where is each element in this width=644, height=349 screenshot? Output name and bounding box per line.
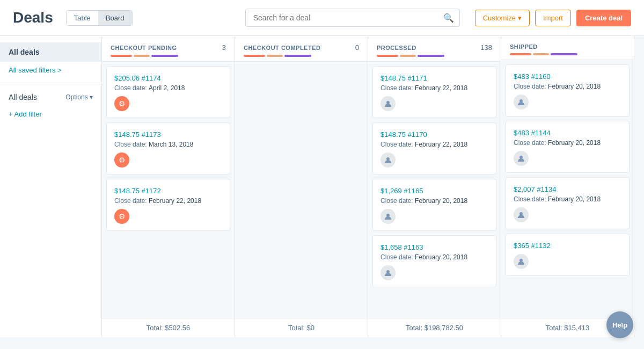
deal-card[interactable]: $148.75 #1173Close date: March 13, 2018⚙ bbox=[106, 122, 230, 174]
deal-card[interactable]: $1,269 #1165Close date: February 20, 201… bbox=[372, 179, 496, 231]
sidebar-deals-label: All deals bbox=[9, 93, 37, 101]
card-title: $483 #1144 bbox=[514, 129, 621, 137]
sidebar-deals-row: All deals Options ▾ bbox=[0, 88, 101, 107]
card-avatar bbox=[380, 96, 396, 111]
deal-card[interactable]: $205.06 #1174Close date: April 2, 2018⚙ bbox=[106, 66, 230, 118]
header-actions: Customize ▾ Import Create deal bbox=[475, 10, 631, 26]
card-title: $148.75 #1171 bbox=[380, 74, 488, 82]
search-input[interactable] bbox=[251, 9, 443, 26]
color-bar bbox=[134, 55, 150, 57]
color-bar bbox=[533, 53, 549, 55]
card-title: $365 #1132 bbox=[514, 242, 621, 250]
chevron-down-icon: ▾ bbox=[518, 14, 522, 22]
deal-card[interactable]: $483 #1144Close date: February 20, 2018 bbox=[506, 121, 630, 173]
card-avatar bbox=[380, 209, 396, 224]
card-date: Close date: February 20, 2018 bbox=[380, 197, 488, 205]
search-icon: 🔍 bbox=[443, 13, 454, 23]
column-count-checkout-completed: 0 bbox=[355, 43, 359, 52]
search-bar: 🔍 bbox=[245, 9, 460, 27]
column-footer-processed: Total: $198,782.50 bbox=[368, 318, 501, 337]
customize-button[interactable]: Customize ▾ bbox=[475, 10, 530, 26]
deal-card[interactable]: $148.75 #1171Close date: February 22, 20… bbox=[372, 66, 496, 118]
card-avatar bbox=[380, 265, 396, 280]
deal-card[interactable]: $148.75 #1172Close date: February 22, 20… bbox=[106, 179, 230, 231]
deal-card[interactable]: $2,007 #1134Close date: February 20, 201… bbox=[506, 177, 630, 229]
card-avatar: ⚙ bbox=[114, 152, 129, 168]
column-title-checkout-completed: CHECKOUT COMPLETED bbox=[244, 45, 320, 51]
column-count-processed: 138 bbox=[480, 43, 492, 52]
import-button[interactable]: Import bbox=[535, 10, 571, 26]
column-checkout-pending: CHECKOUT PENDING3$205.06 #1174Close date… bbox=[102, 36, 235, 337]
card-title: $1,269 #1165 bbox=[380, 187, 488, 195]
card-avatar bbox=[380, 152, 396, 168]
card-title: $148.75 #1173 bbox=[114, 130, 222, 139]
column-processed: PROCESSED138$148.75 #1171Close date: Feb… bbox=[368, 36, 501, 337]
card-title: $483 #1160 bbox=[514, 72, 621, 81]
deal-card[interactable]: $483 #1160Close date: February 20, 2018 bbox=[506, 64, 630, 117]
column-title-processed: PROCESSED bbox=[377, 45, 416, 51]
card-date: Close date: March 13, 2018 bbox=[114, 141, 222, 148]
card-avatar: ⚙ bbox=[114, 96, 129, 111]
card-date: Close date: February 22, 2018 bbox=[380, 141, 488, 148]
card-date: Close date: February 20, 2018 bbox=[514, 83, 621, 90]
color-bar bbox=[151, 55, 178, 57]
column-title-shipped: SHIPPED bbox=[510, 43, 538, 50]
card-avatar bbox=[514, 254, 529, 269]
color-bar bbox=[267, 55, 283, 57]
sidebar: All deals All saved filters > All deals … bbox=[0, 36, 102, 337]
create-deal-button[interactable]: Create deal bbox=[576, 10, 631, 26]
card-date: Close date: February 22, 2018 bbox=[114, 197, 222, 205]
card-avatar bbox=[514, 151, 529, 166]
column-footer-checkout-pending: Total: $502.56 bbox=[102, 318, 235, 337]
column-count-checkout-pending: 3 bbox=[222, 43, 226, 52]
card-avatar bbox=[514, 207, 529, 222]
table-view-button[interactable]: Table bbox=[67, 11, 98, 25]
add-filter-button[interactable]: + Add filter bbox=[0, 107, 101, 121]
card-avatar: ⚙ bbox=[114, 209, 129, 224]
color-bar bbox=[551, 53, 577, 55]
card-date: Close date: February 20, 2018 bbox=[514, 195, 621, 203]
card-title: $205.06 #1174 bbox=[114, 74, 222, 82]
sidebar-divider bbox=[0, 83, 101, 83]
color-bar bbox=[400, 55, 416, 57]
color-bar bbox=[111, 55, 132, 57]
color-bar bbox=[377, 55, 398, 57]
column-title-checkout-pending: CHECKOUT PENDING bbox=[111, 45, 177, 51]
card-title: $148.75 #1170 bbox=[380, 130, 488, 139]
card-avatar bbox=[514, 94, 529, 110]
board: CHECKOUT PENDING3$205.06 #1174Close date… bbox=[102, 36, 644, 337]
view-toggle: Table Board bbox=[66, 10, 133, 26]
column-footer-checkout-completed: Total: $0 bbox=[235, 318, 368, 337]
column-cards-checkout-completed bbox=[235, 62, 368, 318]
color-bar bbox=[418, 55, 444, 57]
card-title: $2,007 #1134 bbox=[514, 185, 621, 193]
color-bar bbox=[244, 55, 265, 57]
column-cards-shipped: $483 #1160Close date: February 20, 2018$… bbox=[501, 60, 634, 318]
color-bar bbox=[510, 53, 531, 55]
sidebar-saved-filters[interactable]: All saved filters > bbox=[0, 62, 101, 78]
deal-card[interactable]: $365 #1132 bbox=[506, 234, 630, 276]
card-date: Close date: April 2, 2018 bbox=[114, 84, 222, 92]
options-button[interactable]: Options ▾ bbox=[65, 93, 93, 101]
help-button[interactable]: Help bbox=[606, 311, 633, 337]
page-title: Deals bbox=[13, 9, 53, 26]
column-cards-checkout-pending: $205.06 #1174Close date: April 2, 2018⚙$… bbox=[102, 62, 235, 318]
sidebar-item-all-deals[interactable]: All deals bbox=[0, 42, 101, 62]
board-view-button[interactable]: Board bbox=[98, 11, 132, 25]
column-shipped: SHIPPED$483 #1160Close date: February 20… bbox=[501, 36, 634, 337]
deal-card[interactable]: $148.75 #1170Close date: February 22, 20… bbox=[372, 122, 496, 174]
card-date: Close date: February 20, 2018 bbox=[514, 139, 621, 147]
card-date: Close date: February 22, 2018 bbox=[380, 84, 488, 92]
deal-card[interactable]: $1,658 #1163Close date: February 20, 201… bbox=[372, 235, 496, 287]
color-bar bbox=[284, 55, 311, 57]
column-checkout-completed: CHECKOUT COMPLETED0Total: $0 bbox=[235, 36, 368, 337]
column-cards-processed: $148.75 #1171Close date: February 22, 20… bbox=[368, 62, 501, 318]
card-title: $1,658 #1163 bbox=[380, 243, 488, 251]
card-title: $148.75 #1172 bbox=[114, 187, 222, 195]
card-date: Close date: February 20, 2018 bbox=[380, 253, 488, 261]
